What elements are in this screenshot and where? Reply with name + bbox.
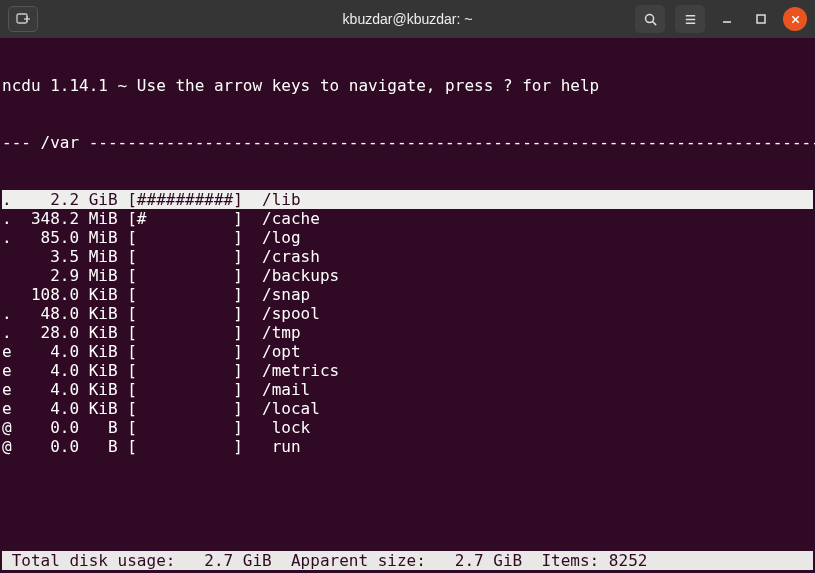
- titlebar-left: [8, 6, 38, 32]
- svg-point-3: [645, 14, 653, 22]
- list-item[interactable]: 3.5 MiB [ ] /crash: [2, 247, 813, 266]
- close-icon: [790, 14, 801, 25]
- list-item[interactable]: e 4.0 KiB [ ] /opt: [2, 342, 813, 361]
- list-item[interactable]: . 48.0 KiB [ ] /spool: [2, 304, 813, 323]
- list-item[interactable]: e 4.0 KiB [ ] /local: [2, 399, 813, 418]
- window-title: kbuzdar@kbuzdar: ~: [343, 11, 473, 27]
- maximize-button[interactable]: [749, 7, 773, 31]
- minimize-icon: [721, 13, 733, 25]
- list-item[interactable]: @ 0.0 B [ ] run: [2, 437, 813, 456]
- list-item[interactable]: . 28.0 KiB [ ] /tmp: [2, 323, 813, 342]
- list-item[interactable]: 108.0 KiB [ ] /snap: [2, 285, 813, 304]
- status-footer: Total disk usage: 2.7 GiB Apparent size:…: [2, 551, 813, 570]
- list-item[interactable]: e 4.0 KiB [ ] /mail: [2, 380, 813, 399]
- titlebar: kbuzdar@kbuzdar: ~: [0, 0, 815, 38]
- list-item[interactable]: @ 0.0 B [ ] lock: [2, 418, 813, 437]
- minimize-button[interactable]: [715, 7, 739, 31]
- new-tab-icon: [15, 11, 31, 27]
- file-listing[interactable]: . 2.2 GiB [##########] /lib. 348.2 MiB […: [2, 190, 813, 456]
- titlebar-right: [635, 5, 807, 33]
- svg-line-4: [652, 21, 656, 25]
- hamburger-icon: [683, 12, 698, 27]
- list-item[interactable]: . 348.2 MiB [# ] /cache: [2, 209, 813, 228]
- ncdu-header: ncdu 1.14.1 ~ Use the arrow keys to navi…: [2, 76, 813, 95]
- menu-button[interactable]: [675, 5, 705, 33]
- search-icon: [643, 12, 658, 27]
- path-line: --- /var -------------------------------…: [2, 133, 813, 152]
- close-button[interactable]: [783, 7, 807, 31]
- svg-rect-9: [757, 15, 765, 23]
- maximize-icon: [755, 13, 767, 25]
- new-tab-button[interactable]: [8, 6, 38, 32]
- terminal-area[interactable]: ncdu 1.14.1 ~ Use the arrow keys to navi…: [0, 38, 815, 573]
- list-item[interactable]: . 2.2 GiB [##########] /lib: [2, 190, 813, 209]
- list-item[interactable]: 2.9 MiB [ ] /backups: [2, 266, 813, 285]
- search-button[interactable]: [635, 5, 665, 33]
- list-item[interactable]: . 85.0 MiB [ ] /log: [2, 228, 813, 247]
- list-item[interactable]: e 4.0 KiB [ ] /metrics: [2, 361, 813, 380]
